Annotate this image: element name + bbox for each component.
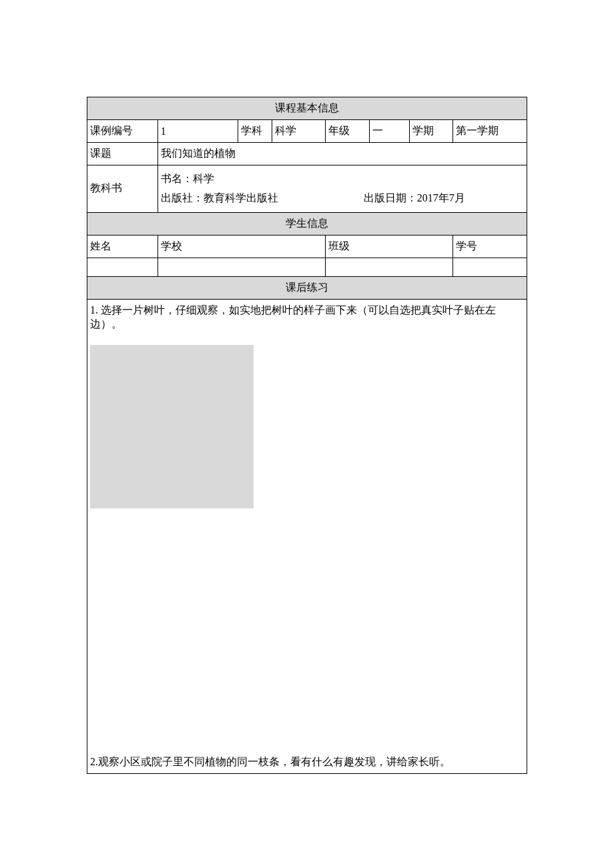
term-value: 第一学期 <box>453 120 527 143</box>
exercise-q2: 2.观察小区或院子里不同植物的同一枝条，看有什么有趣发现，讲给家长听。 <box>90 755 524 769</box>
student-name-label: 姓名 <box>87 235 158 258</box>
section-course-info: 课程基本信息 <box>87 97 527 120</box>
student-row-values <box>87 258 527 276</box>
course-id-label: 课例编号 <box>87 120 158 143</box>
grade-value: 一 <box>369 120 409 143</box>
textbook-name: 书名：科学 <box>161 169 524 189</box>
student-school-label: 学校 <box>158 235 326 258</box>
student-school-value[interactable] <box>158 258 326 276</box>
course-row-topic: 课题 我们知道的植物 <box>87 143 527 165</box>
student-row-labels: 姓名 学校 班级 学号 <box>87 235 527 258</box>
term-label: 学期 <box>409 120 452 143</box>
subject-value: 科学 <box>272 120 325 143</box>
subject-label: 学科 <box>238 120 272 143</box>
course-id-value: 1 <box>158 120 238 143</box>
student-class-label: 班级 <box>326 235 453 258</box>
section-exercise: 课后练习 <box>87 276 527 299</box>
course-row-1: 课例编号 1 学科 科学 年级 一 学期 第一学期 <box>87 120 527 143</box>
worksheet-table: 课程基本信息 课例编号 1 学科 科学 年级 一 学期 第一学期 课题 我们知道… <box>87 97 527 774</box>
textbook-date: 出版日期：2017年7月 <box>278 189 524 208</box>
topic-value: 我们知道的植物 <box>158 143 527 165</box>
leaf-paste-area <box>90 345 254 508</box>
student-name-value[interactable] <box>87 258 158 276</box>
student-number-label: 学号 <box>453 235 527 258</box>
textbook-publisher: 出版社：教育科学出版社 <box>161 189 278 208</box>
student-number-value[interactable] <box>453 258 527 276</box>
exercise-q1: 1. 选择一片树叶，仔细观察，如实地把树叶的样子画下来（可以自选把真实叶子贴在左… <box>90 304 524 332</box>
textbook-label: 教科书 <box>87 165 158 213</box>
section-student-info: 学生信息 <box>87 212 527 235</box>
topic-label: 课题 <box>87 143 158 165</box>
student-class-value[interactable] <box>326 258 453 276</box>
grade-label: 年级 <box>326 120 369 143</box>
exercise-cell: 1. 选择一片树叶，仔细观察，如实地把树叶的样子画下来（可以自选把真实叶子贴在左… <box>87 299 527 773</box>
textbook-cell: 书名：科学 出版社：教育科学出版社 出版日期：2017年7月 <box>158 165 527 213</box>
course-row-textbook: 教科书 书名：科学 出版社：教育科学出版社 出版日期：2017年7月 <box>87 165 527 213</box>
